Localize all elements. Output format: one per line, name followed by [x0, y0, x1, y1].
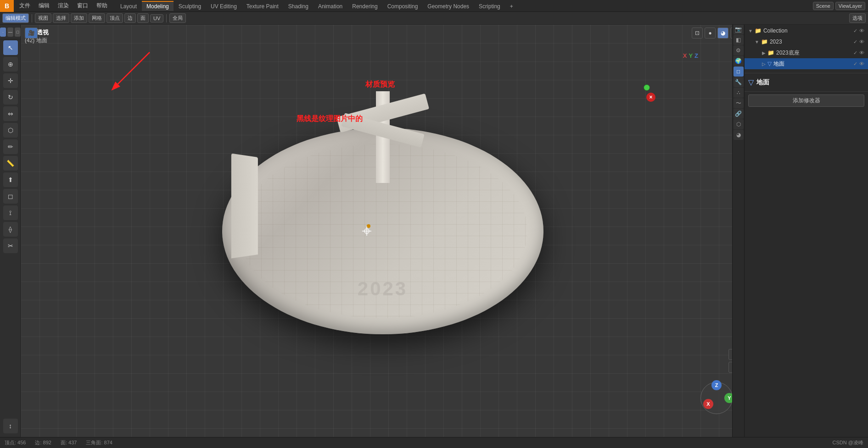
object-name-display: ▽ 地面: [748, 78, 864, 87]
collection-check-icon[interactable]: ✓: [853, 28, 857, 34]
tree-row-collection[interactable]: ▼ 📁 Collection ✓ 👁: [745, 25, 868, 36]
collection-eye-icon[interactable]: 👁: [859, 28, 864, 34]
select-mode-icons: · — □: [0, 25, 21, 39]
viewport-shading-solid[interactable]: ●: [705, 28, 716, 39]
menu-edit[interactable]: 编辑: [35, 1, 53, 11]
select-tool[interactable]: ↖: [3, 40, 18, 55]
2023base-check-icon[interactable]: ✓: [853, 50, 857, 56]
ground-eye-icon[interactable]: 👁: [859, 61, 864, 67]
tab-rendering[interactable]: Rendering: [347, 1, 382, 11]
cursor-tool[interactable]: ⊕: [3, 57, 18, 72]
knife-tool[interactable]: ✂: [3, 238, 18, 253]
scene-selector[interactable]: Scene: [813, 2, 834, 10]
face-menu-btn[interactable]: 面: [137, 13, 149, 23]
camera-view-icon[interactable]: 🎥: [25, 28, 38, 39]
prop-tab-scene[interactable]: ⚙: [734, 45, 744, 55]
prop-tab-material[interactable]: ◕: [734, 130, 744, 140]
mode-select-btn[interactable]: 编辑模式: [2, 13, 29, 23]
add-menu-btn[interactable]: 添加: [71, 13, 87, 23]
menu-render[interactable]: 渲染: [54, 1, 73, 11]
tab-uv-editing[interactable]: UV Editing: [206, 1, 241, 11]
2023-check-icon[interactable]: ✓: [853, 39, 857, 45]
tab-layout[interactable]: Layout: [116, 1, 141, 11]
status-vertices: 顶点: 456: [5, 439, 26, 446]
tab-geometry-nodes[interactable]: Geometry Nodes: [423, 1, 474, 11]
tab-texture-paint[interactable]: Texture Paint: [242, 1, 283, 11]
select-menu-btn[interactable]: 选择: [53, 13, 69, 23]
tab-animation[interactable]: Animation: [314, 1, 347, 11]
2023-eye-icon[interactable]: 👁: [859, 39, 864, 45]
menu-window[interactable]: 窗口: [73, 1, 92, 11]
separator-1: [32, 14, 32, 22]
vertex-mode-icon[interactable]: ·: [0, 28, 6, 37]
viewport-shading-material[interactable]: ◕: [717, 28, 728, 39]
annotate-tool[interactable]: ✏: [3, 139, 18, 154]
viewlayer-selector[interactable]: ViewLayer: [835, 2, 865, 10]
tab-modeling[interactable]: Modeling: [142, 1, 174, 11]
prop-tab-particles[interactable]: ∴: [734, 88, 744, 98]
active-tool-settings[interactable]: ↕: [3, 419, 18, 433]
viewport-3d[interactable]: 用户透视 (42) 地面 2023: [21, 25, 744, 437]
tree-row-ground[interactable]: ▷ ▽ 地面 ✓ 👁: [745, 58, 868, 69]
face-mode-icon[interactable]: □: [15, 28, 21, 37]
tab-scripting[interactable]: Scripting: [474, 1, 505, 11]
ground-check-icon[interactable]: ✓: [853, 61, 857, 67]
add-modifier-btn[interactable]: 添加修改器: [748, 94, 864, 107]
move-tool[interactable]: ✛: [3, 73, 18, 88]
transform-tool[interactable]: ⬡: [3, 123, 18, 138]
prop-tab-object[interactable]: □: [734, 66, 744, 77]
prop-tab-modifiers[interactable]: 🔧: [734, 77, 744, 87]
tab-compositing[interactable]: Compositing: [383, 1, 423, 11]
tree-row-2023base[interactable]: ▶ 📁 2023底座 ✓ 👁: [745, 47, 868, 58]
gizmo-circle: Z Y X: [700, 382, 733, 414]
ground-expand-arrow: ▷: [762, 61, 766, 66]
tab-sculpting[interactable]: Sculpting: [174, 1, 206, 11]
2023base-expand-arrow: ▶: [762, 50, 766, 55]
rotate-tool[interactable]: ↻: [3, 90, 18, 105]
2023base-icon: 📁: [767, 50, 774, 56]
mesh-menu-btn[interactable]: 网格: [89, 13, 105, 23]
ground-mesh-icon: ▽: [767, 61, 772, 67]
prop-tab-data[interactable]: ⬡: [734, 119, 744, 129]
gizmo-x-axis[interactable]: X: [703, 399, 713, 409]
panel-divider: [745, 73, 868, 73]
uv-menu-btn[interactable]: UV: [150, 14, 163, 22]
viewport-shading-wireframe[interactable]: ⊡: [692, 28, 703, 39]
prop-tab-view-layer[interactable]: ◧: [734, 35, 744, 45]
menu-file[interactable]: 文件: [16, 1, 34, 11]
bevel-tool[interactable]: ⟟: [3, 205, 18, 220]
viewport-header-left: 🎥: [25, 28, 38, 39]
status-tris: 三角面: 874: [86, 439, 112, 446]
vertex-menu-btn[interactable]: 顶点: [106, 13, 123, 23]
edge-mode-icon[interactable]: —: [7, 28, 13, 37]
extrude-tool[interactable]: ⬆: [3, 172, 18, 187]
transform-space-btn[interactable]: 全局: [169, 13, 186, 23]
prop-tab-world[interactable]: 🌍: [734, 56, 744, 66]
2023base-eye-icon[interactable]: 👁: [859, 50, 864, 56]
separator-2: [166, 14, 167, 22]
left-toolbar: · — □ ↖ ⊕ ✛ ↻ ⇔ ⬡ ✏ 📏 ⬆ ◻ ⟟ ⟠ ✂ ↕: [0, 25, 21, 437]
navigation-gizmo[interactable]: Z Y X: [698, 382, 735, 419]
more-tools: ↕: [3, 419, 18, 433]
loop-cut-tool[interactable]: ⟠: [3, 222, 18, 237]
menu-help[interactable]: 帮助: [93, 1, 111, 11]
tree-row-2023[interactable]: ▼ 📁 2023 ✓ 👁: [745, 36, 868, 47]
inset-tool[interactable]: ◻: [3, 189, 18, 204]
blender-logo[interactable]: B: [0, 0, 14, 12]
measure-tool[interactable]: 📏: [3, 156, 18, 171]
2023-icon: 📁: [761, 39, 768, 45]
options-btn[interactable]: 选项: [849, 13, 866, 23]
prop-tab-constraints[interactable]: 🔗: [734, 109, 744, 119]
gizmo-z-axis[interactable]: Z: [711, 380, 722, 390]
prop-tab-physics[interactable]: 〜: [734, 98, 744, 108]
tab-add[interactable]: +: [505, 1, 518, 11]
edge-menu-btn[interactable]: 边: [124, 13, 136, 23]
collection-icon: 📁: [755, 28, 762, 34]
view-menu-btn[interactable]: 视图: [35, 13, 51, 23]
material-preview-dot: [644, 84, 650, 91]
active-material-indicator: ×: [646, 93, 655, 102]
collection-visibility-icons: ✓ 👁: [853, 28, 864, 34]
tab-shading[interactable]: Shading: [284, 1, 313, 11]
prop-tab-output[interactable]: 📷: [734, 24, 744, 34]
scale-tool[interactable]: ⇔: [3, 106, 18, 121]
